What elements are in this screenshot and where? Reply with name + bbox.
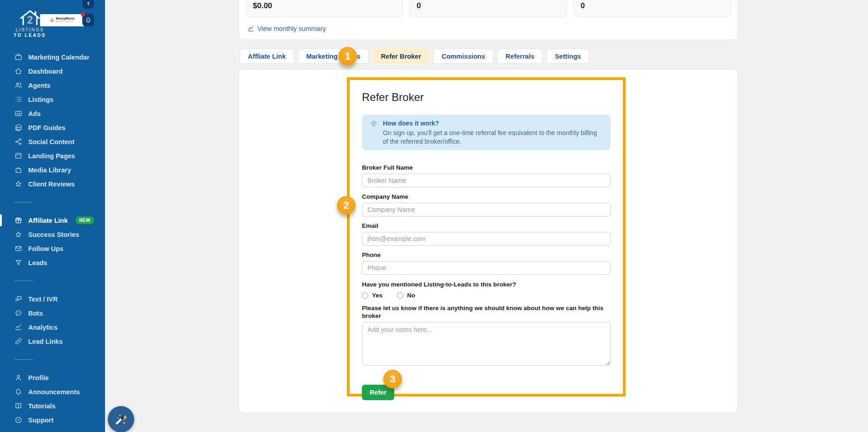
book-icon [14,402,22,410]
stat-card: $0.00 [246,0,403,17]
notifications-button[interactable] [82,14,94,26]
chart-icon [247,25,254,32]
sidebar-item-text-ivr[interactable]: Text / IVR [0,292,105,306]
person-icon [14,374,22,382]
radio-question-label: Have you mentioned Listing-to-Leads to t… [362,281,611,288]
magic-wand-floating-button[interactable] [108,406,134,432]
sidebar-item-pdf-guides[interactable]: PDFPDF Guides [0,121,105,135]
refer-broker-form-highlight-frame: Refer Broker How does it work? On sign u… [347,77,626,397]
form-field-phone: Phone [362,251,611,275]
stat-cards-row: $0.0000 [246,0,731,17]
share-icon [14,138,22,146]
stat-card: 0 [574,0,731,17]
star-icon [14,180,22,188]
sidebar-item-bots[interactable]: Bots [0,306,105,320]
stat-card-value: $0.00 [253,1,272,10]
notification-dot [81,12,85,16]
sidebar-item-label: Leads [28,259,47,266]
partner-name: MoneyMoves [56,17,75,20]
tutorial-step-badge-3: 3 [383,370,402,388]
sidebar-item-label: Media Library [28,166,71,174]
field-label: Email [362,222,611,230]
sidebar-item-profile[interactable]: Profile [0,371,105,385]
radio-option-yes[interactable]: Yes [362,292,382,299]
star-icon [14,231,22,239]
radio-label: No [407,292,415,299]
form-title: Refer Broker [362,91,611,104]
sidebar-item-agents[interactable]: Agents [0,78,105,92]
magic-wand-icon [113,412,129,427]
sidebar-item-client-reviews[interactable]: Client Reviews [0,177,105,191]
info-box: How does it work? On sign up, you'll get… [362,115,611,150]
sidebar-item-label: Bots [28,310,43,317]
sidebar-item-leads[interactable]: Leads [0,256,105,270]
sidebar: 2 LISTINGS TO LEADS MoneyMoves MORTGAGE … [0,0,105,432]
help-icon: ? [14,416,22,424]
sidebar-item-label: Listings [28,96,54,103]
sidebar-item-ads[interactable]: AdAds [0,106,105,121]
form-field-company-name: Company Name [362,193,611,216]
partner-subtitle: MORTGAGE [56,21,75,23]
sidebar-item-label: Success Stories [28,231,79,238]
brand-line1: LISTINGS [15,27,44,32]
sidebar-item-label: Tutorials [28,402,55,410]
svg-text:PDF: PDF [17,126,20,129]
phone-input[interactable] [362,261,611,275]
partner-house-icon [50,18,55,23]
svg-text:2: 2 [27,14,33,26]
sidebar-item-label: Dashboard [28,68,63,75]
sidebar-item-label: Follow Ups [28,245,63,252]
sidebar-item-success-stories[interactable]: Success Stories [0,227,105,241]
sidebar-item-support[interactable]: ?Support [0,413,105,427]
tab-settings[interactable]: Settings [547,49,589,64]
sidebar-item-label: Profile [28,374,49,382]
window-icon [14,152,22,160]
sidebar-item-lead-links[interactable]: Lead Links [0,334,105,348]
radio-input-no[interactable] [397,292,403,299]
email-input[interactable] [362,232,611,246]
sidebar-item-dashboard[interactable]: Dashboard [0,64,105,78]
brand-line2: TO LEADS [14,33,46,38]
view-monthly-summary-link[interactable]: View monthly summary [247,25,326,32]
sidebar-item-analytics[interactable]: Analytics [0,320,105,334]
svg-text:?: ? [17,418,19,422]
pdf-icon: PDF [14,124,22,132]
tab-refer-broker[interactable]: Refer Broker [373,49,429,64]
gift-icon [14,216,22,225]
radio-input-yes[interactable] [362,292,368,299]
sidebar-item-announcements[interactable]: Announcements [0,385,105,399]
broker-full-name-input[interactable] [362,174,611,187]
sidebar-item-label: Social Content [28,138,75,146]
radio-option-no[interactable]: No [397,292,415,299]
field-label: Broker Full Name [362,164,611,171]
bot-icon [14,309,22,317]
radio-label: Yes [372,292,382,299]
notes-label: Please let us know if there is anything … [362,304,611,320]
view-monthly-summary-label: View monthly summary [257,25,326,32]
sidebar-item-marketing-calendar[interactable]: Marketing Calendar [0,50,105,64]
sidebar-item-media-library[interactable]: Media Library [0,163,105,177]
stat-card-value: 0 [581,1,585,10]
sidebar-item-tutorials[interactable]: Tutorials [0,399,105,413]
sidebar-collapse-button[interactable] [82,0,94,9]
tab-commissions[interactable]: Commissions [433,49,493,64]
sidebar-header: 2 LISTINGS TO LEADS MoneyMoves MORTGAGE [0,0,105,45]
tab-marketing-invites[interactable]: Marketing Invites [298,49,369,64]
notes-textarea[interactable] [362,322,611,366]
sidebar-item-affiliate-link[interactable]: Affiliate LinkNEW [0,213,105,227]
chat-icon [14,295,22,303]
box-icon [14,166,22,174]
sidebar-item-label: PDF Guides [28,124,65,131]
company-name-input[interactable] [362,203,611,216]
tab-referrals[interactable]: Referrals [497,49,542,64]
sidebar-item-listings[interactable]: Listings [0,92,105,106]
tab-affliate-link[interactable]: Affliate Link [240,49,294,64]
sidebar-item-social-content[interactable]: Social Content [0,135,105,149]
sidebar-item-landing-pages[interactable]: Landing Pages [0,149,105,163]
lightbulb-icon [369,120,378,129]
sidebar-item-label: Client Reviews [28,181,75,188]
sidebar-item-label: Affiliate Link [28,217,68,224]
sidebar-item-follow-ups[interactable]: Follow Ups [0,241,105,256]
sidebar-item-label: Analytics [28,324,57,331]
sidebar-item-label: Landing Pages [28,152,75,160]
